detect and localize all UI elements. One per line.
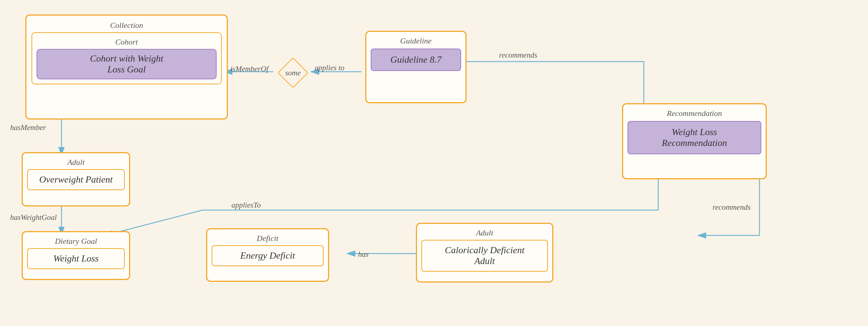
has-bottom-label: has — [358, 250, 369, 259]
weight-loss-recommendation-box: Weight Loss Recommendation — [627, 121, 761, 154]
collection-label: Collection — [31, 21, 222, 30]
energy-deficit: Energy Deficit — [218, 250, 317, 261]
recommends-bottom-label: recommends — [712, 203, 750, 212]
has-member-label: hasMember — [10, 123, 46, 132]
cohort-wlg-line1: Cohort with Weight — [44, 53, 209, 64]
cohort-with-weight-loss-goal-box: Cohort with Weight Loss Goal — [37, 49, 217, 79]
adult-label-right: Adult — [421, 228, 548, 238]
collection-box: Collection Cohort Cohort with Weight Los… — [25, 14, 228, 120]
calorically-deficient-inner: Calorically Deficient Adult — [421, 240, 548, 272]
weight-loss: Weight Loss — [34, 253, 118, 264]
energy-deficit-box: Deficit Energy Deficit — [206, 228, 329, 282]
cohort-wlg-line2: Loss Goal — [44, 64, 209, 75]
some-diamond: some — [275, 60, 311, 85]
deficit-label: Deficit — [212, 234, 324, 243]
applies-to-bottom-label: appliesTo — [231, 201, 261, 210]
adult-label-left: Adult — [27, 158, 125, 167]
dietary-goal-label: Dietary Goal — [27, 237, 125, 246]
weight-loss-rec-line1: Weight Loss — [635, 127, 753, 138]
calorically-deficient-box: Adult Calorically Deficient Adult — [416, 223, 553, 283]
guideline-8-7-box: Guideline 8.7 — [371, 49, 461, 71]
recommendation-label: Recommendation — [627, 109, 761, 118]
applies-to-top-label: applies to — [315, 63, 344, 72]
guideline-label: Guideline — [371, 36, 461, 46]
weight-loss-rec-line2: Recommendation — [635, 138, 753, 149]
some-label: some — [285, 68, 301, 78]
weight-loss-box: Dietary Goal Weight Loss — [22, 231, 130, 280]
calorically-deficient-line1: Calorically Deficient — [428, 245, 541, 256]
adult-overweight-box: Adult Overweight Patient — [22, 152, 130, 206]
recommendation-box: Recommendation Weight Loss Recommendatio… — [622, 103, 767, 179]
energy-deficit-inner: Energy Deficit — [212, 245, 324, 266]
guideline-8-7: Guideline 8.7 — [379, 54, 453, 65]
weight-loss-inner: Weight Loss — [27, 248, 125, 269]
guideline-box: Guideline Guideline 8.7 — [365, 31, 467, 103]
overweight-patient: Overweight Patient — [34, 174, 118, 185]
diagram-container: Collection Cohort Cohort with Weight Los… — [0, 0, 868, 326]
overweight-patient-inner: Overweight Patient — [27, 169, 125, 190]
cohort-label: Cohort — [37, 37, 217, 47]
cohort-box: Cohort Cohort with Weight Loss Goal — [31, 32, 222, 84]
recommends-top-label: recommends — [499, 51, 537, 60]
is-member-of-label: isMemberOf — [230, 64, 268, 74]
calorically-deficient-line2: Adult — [428, 256, 541, 267]
has-weight-goal-label: hasWeightGoal — [10, 213, 57, 222]
